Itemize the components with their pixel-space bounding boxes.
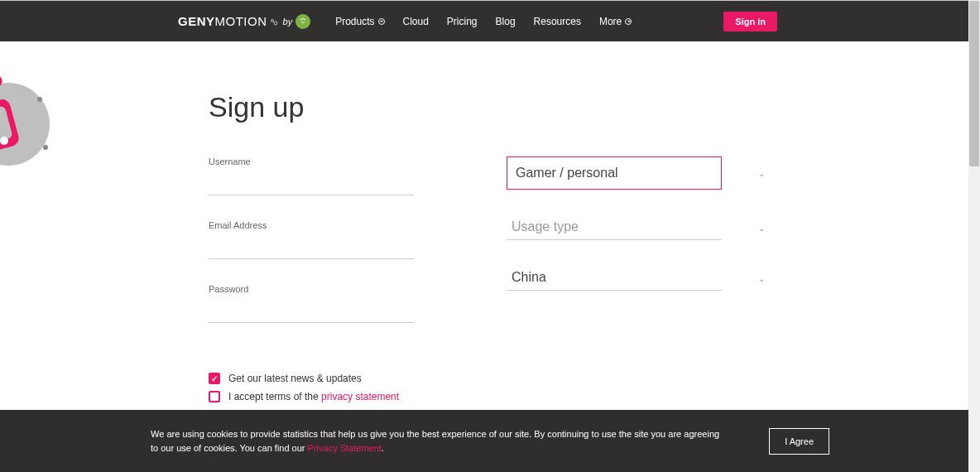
main-content: Sign up Username Email Address Password <box>0 41 980 452</box>
newsletter-checkbox[interactable] <box>209 373 220 384</box>
svg-point-1 <box>274 22 277 25</box>
terms-label: I accept terms of the privacy statement <box>228 391 399 402</box>
svg-point-8 <box>37 97 42 102</box>
scrollbar-track[interactable] <box>968 0 980 472</box>
chevron-down-icon <box>625 18 632 25</box>
logo-bold: GENY <box>178 14 215 28</box>
robot-illustration <box>0 58 83 174</box>
chevron-down-icon <box>378 18 385 25</box>
usage-type-select[interactable]: Usage type <box>507 214 722 240</box>
nav-resources[interactable]: Resources <box>534 16 581 27</box>
username-input[interactable] <box>209 171 414 195</box>
email-input[interactable] <box>209 235 414 259</box>
logo-dots-icon <box>270 14 278 29</box>
logo[interactable]: GENYMOTION by <box>178 14 310 29</box>
profile-type-select[interactable]: Gamer / personal <box>507 157 722 190</box>
chevron-down-icon: ⌄ <box>758 223 765 232</box>
cookie-banner: We are using cookies to provide statisti… <box>0 410 980 472</box>
nav-cloud[interactable]: Cloud <box>403 16 429 27</box>
svg-point-0 <box>271 19 273 22</box>
nav-products[interactable]: Products <box>335 16 384 27</box>
cookie-agree-button[interactable]: I Agree <box>769 428 829 455</box>
logo-light: MOTION <box>215 14 267 28</box>
country-select[interactable]: China <box>507 265 722 291</box>
terms-checkbox[interactable] <box>209 391 220 402</box>
nav-pricing[interactable]: Pricing <box>447 16 478 27</box>
password-input[interactable] <box>209 299 414 323</box>
newsletter-label: Get our latest news & updates <box>228 373 362 384</box>
privacy-statement-link[interactable]: privacy statement <box>321 391 399 402</box>
page-title: Sign up <box>209 91 771 123</box>
scrollbar-thumb[interactable] <box>969 1 979 166</box>
password-label: Password <box>209 284 473 294</box>
nav-more[interactable]: More <box>599 16 632 27</box>
signin-button[interactable]: Sign in <box>723 12 777 31</box>
company-icon <box>295 14 310 29</box>
by-text: by <box>283 17 293 26</box>
email-label: Email Address <box>209 220 473 230</box>
cookie-text: We are using cookies to provide statisti… <box>151 427 719 455</box>
chevron-down-icon: ⌄ <box>758 169 765 178</box>
cookie-privacy-link[interactable]: Privacy Statement <box>308 443 382 453</box>
nav-blog[interactable]: Blog <box>496 16 516 27</box>
top-navigation-bar: GENYMOTION by Products Cloud Pricing Blo… <box>0 0 980 41</box>
svg-point-9 <box>43 145 48 150</box>
main-nav: Products Cloud Pricing Blog Resources Mo… <box>335 16 632 27</box>
username-label: Username <box>209 157 473 166</box>
svg-point-6 <box>0 137 8 145</box>
chevron-down-icon: ⌄ <box>758 273 765 282</box>
